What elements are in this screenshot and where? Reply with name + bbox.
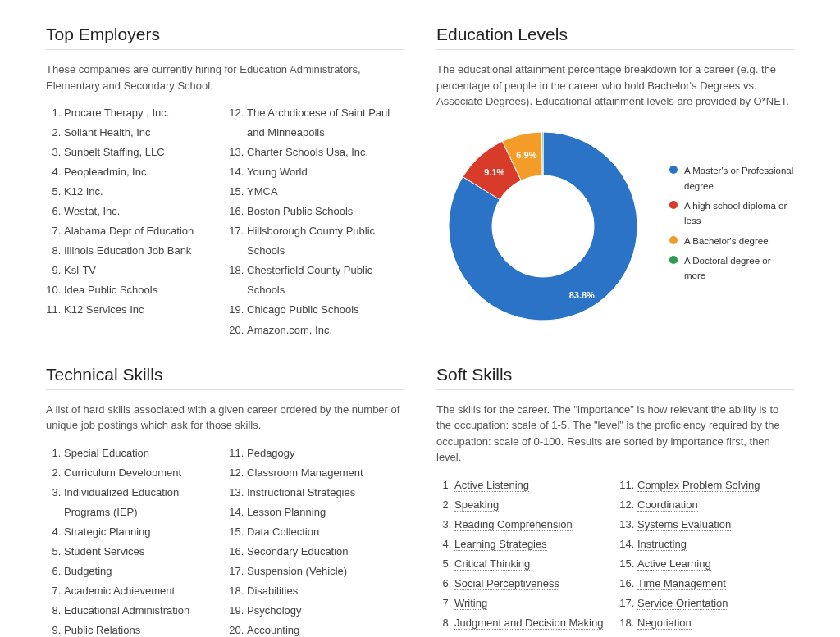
education-levels-heading: Education Levels: [436, 25, 794, 50]
list-item: K12 Services Inc: [64, 300, 221, 320]
list-item[interactable]: Reading Comprehension: [454, 515, 611, 535]
list-item[interactable]: Instructing: [637, 535, 794, 554]
education-levels-donut-chart: 83.8%9.1%6.9%: [436, 120, 650, 333]
legend-swatch: [669, 201, 678, 209]
list-item[interactable]: Negotiation: [637, 613, 794, 633]
list-item: Idea Public Schools: [64, 280, 221, 300]
list-item: Data Collection: [247, 522, 404, 542]
list-item: Psychology: [247, 601, 404, 621]
soft-skills-section: Soft Skills The skills for the career. T…: [436, 365, 794, 637]
technical-skills-heading: Technical Skills: [46, 365, 404, 390]
list-item: Suspension (Vehicle): [247, 562, 404, 581]
list-item[interactable]: Active Listening: [454, 475, 611, 495]
list-item: Charter Schools Usa, Inc.: [247, 143, 404, 162]
top-employers-section: Top Employers These companies are curren…: [46, 25, 404, 340]
list-item: Instructional Strategies: [247, 483, 404, 503]
legend-swatch: [669, 256, 678, 264]
education-levels-legend: A Master's or Professional degreeA high …: [669, 163, 794, 289]
technical-skills-section: Technical Skills A list of hard skills a…: [46, 365, 404, 637]
list-item[interactable]: Social Perceptiveness: [454, 574, 611, 594]
list-item: Procare Therapy , Inc.: [64, 103, 221, 123]
list-item: YMCA: [247, 182, 404, 202]
technical-skills-intro: A list of hard skills associated with a …: [46, 402, 404, 434]
list-item: Illinois Education Job Bank: [64, 241, 221, 261]
list-item: Disabilities: [247, 581, 404, 601]
list-item: Secondary Education: [247, 542, 404, 562]
list-item: Classroom Management: [247, 463, 404, 483]
top-employers-list: Procare Therapy , Inc.Soliant Health, In…: [46, 103, 404, 340]
list-item[interactable]: Complex Problem Solving: [637, 475, 794, 495]
list-item[interactable]: Service Orientation: [637, 594, 794, 613]
list-item: Sunbelt Staffing, LLC: [64, 143, 221, 162]
list-item: Accounting: [247, 621, 404, 637]
legend-item: A high school diploma or less: [669, 198, 794, 229]
list-item: Public Relations: [64, 621, 221, 637]
soft-skills-intro: The skills for the career. The "importan…: [436, 402, 794, 466]
list-item[interactable]: Critical Thinking: [454, 554, 611, 574]
list-item[interactable]: Judgment and Decision Making: [454, 613, 611, 633]
list-item: Boston Public Schools: [247, 202, 404, 221]
top-employers-intro: These companies are currently hiring for…: [46, 61, 404, 93]
list-item: Westat, Inc.: [64, 202, 221, 221]
legend-swatch: [669, 166, 678, 174]
list-item: Educational Administration: [64, 601, 221, 621]
list-item: Amazon.com, Inc.: [247, 321, 404, 340]
soft-skills-list: Active ListeningSpeakingReading Comprehe…: [436, 475, 794, 637]
legend-item: A Doctoral degree or more: [669, 253, 794, 284]
technical-skills-list: Special EducationCurriculum DevelopmentI…: [46, 444, 404, 637]
legend-item: A Master's or Professional degree: [669, 163, 794, 193]
list-item: Young World: [247, 162, 404, 182]
list-item: Hillsborough County Public Schools: [247, 221, 404, 261]
list-item: Peopleadmin, Inc.: [64, 162, 221, 182]
list-item: Student Services: [64, 542, 221, 562]
list-item[interactable]: Active Learning: [637, 554, 794, 574]
list-item: The Archdiocese of Saint Paul and Minnea…: [247, 103, 404, 143]
list-item[interactable]: Persuasion: [637, 633, 794, 637]
list-item: Soliant Health, Inc: [64, 123, 221, 143]
list-item[interactable]: Writing: [454, 594, 611, 613]
legend-label: A high school diploma or less: [684, 198, 794, 229]
education-levels-section: Education Levels The educational attainm…: [436, 25, 794, 340]
list-item[interactable]: Time Management: [637, 574, 794, 594]
list-item[interactable]: Speaking: [454, 495, 611, 515]
list-item: Academic Achievement: [64, 581, 221, 601]
list-item: Alabama Dept of Education: [64, 221, 221, 241]
list-item: Pedagogy: [247, 444, 404, 463]
legend-item: A Bachelor's degree: [669, 234, 794, 248]
education-levels-intro: The educational attainment percentage br…: [436, 61, 794, 110]
legend-swatch: [669, 236, 678, 244]
list-item[interactable]: Monitoring: [454, 633, 611, 637]
list-item[interactable]: Systems Evaluation: [637, 515, 794, 535]
soft-skills-heading: Soft Skills: [436, 365, 794, 390]
list-item: Individualized Education Programs (IEP): [64, 483, 221, 522]
list-item: Lesson Planning: [247, 503, 404, 522]
list-item: Chicago Public Schools: [247, 300, 404, 320]
list-item: Chesterfield County Public Schools: [247, 261, 404, 300]
list-item: K12 Inc.: [64, 182, 221, 202]
list-item[interactable]: Learning Strategies: [454, 535, 611, 554]
list-item: Ksl-TV: [64, 261, 221, 280]
list-item: Budgeting: [64, 562, 221, 581]
legend-label: A Doctoral degree or more: [684, 253, 794, 284]
list-item: Special Education: [64, 444, 221, 463]
list-item[interactable]: Coordination: [637, 495, 794, 515]
list-item: Curriculum Development: [64, 463, 221, 483]
list-item: Strategic Planning: [64, 522, 221, 542]
top-employers-heading: Top Employers: [46, 25, 404, 50]
legend-label: A Master's or Professional degree: [684, 163, 794, 193]
legend-label: A Bachelor's degree: [684, 234, 769, 248]
